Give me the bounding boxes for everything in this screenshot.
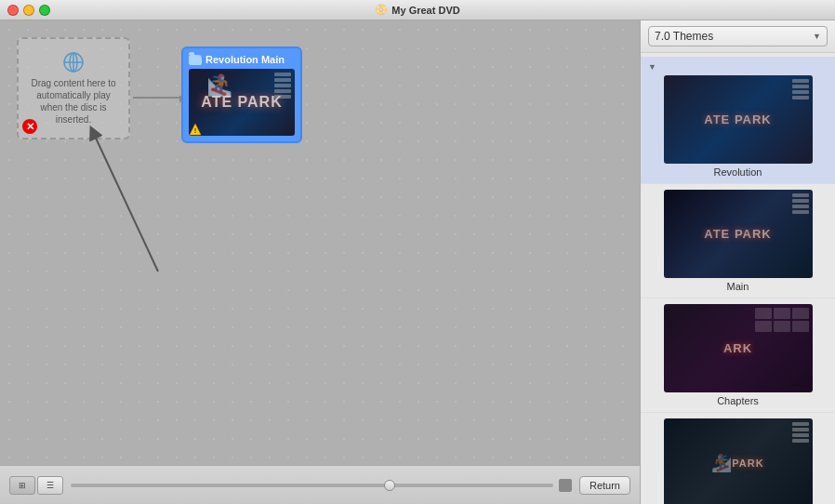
view-btn-grid[interactable]: ⊞ (9, 476, 35, 495)
themes-list: ▼ ATE PARK Revolution (641, 53, 835, 504)
svg-line-5 (93, 132, 158, 272)
theme-dropdown[interactable]: 7.0 Themes ▼ (648, 26, 828, 46)
dvd-card-title: Revolution Main (189, 54, 295, 65)
warning-icon: ! (189, 123, 202, 136)
close-button[interactable] (7, 5, 19, 16)
canvas-area: Drag content here to automatically play … (0, 20, 640, 504)
skater-figure: 🏂 (207, 73, 232, 98)
canvas-content: Drag content here to automatically play … (0, 20, 640, 465)
expand-arrow-icon: ▼ (648, 62, 657, 72)
title-icon: 📀 (375, 4, 388, 16)
dvd-card-thumbnail: 🏂 ATE PARK (189, 69, 295, 136)
extras-side-bars (792, 422, 809, 443)
side-bars (274, 73, 291, 99)
theme-selector: 7.0 Themes ▼ (641, 20, 835, 53)
minimize-button[interactable] (23, 5, 34, 16)
theme-thumb-main: ATE PARK (664, 190, 813, 278)
view-buttons: ⊞ ☰ (9, 476, 63, 495)
error-badge: ✕ (22, 119, 37, 134)
zoom-thumb[interactable] (384, 480, 395, 491)
folder-icon (189, 55, 202, 65)
title-text: My Great DVD (391, 5, 459, 16)
window-controls (7, 5, 50, 16)
theme-thumb-extras: 🏂 PARK (664, 418, 813, 504)
zoom-slider (71, 479, 572, 492)
return-button[interactable]: Return (579, 476, 630, 495)
rev-side-bars (792, 79, 809, 99)
theme-thumb-chapters: ARK (664, 304, 813, 392)
chapters-grid (755, 308, 809, 332)
view-btn-list[interactable]: ☰ (37, 476, 63, 495)
theme-item-main[interactable]: ATE PARK Main (641, 184, 835, 298)
main-side-bars (792, 193, 809, 214)
theme-name-main: Main (648, 281, 828, 292)
canvas-toolbar: ⊞ ☰ Return (0, 465, 640, 504)
drop-zone-text: Drag content here to automatically play … (26, 77, 121, 126)
title-bar: 📀 My Great DVD (0, 0, 835, 20)
theme-name-chapters: Chapters (648, 395, 828, 406)
theme-name-revolution: Revolution (648, 166, 828, 178)
connector-line (133, 97, 179, 99)
dvd-card-revolution-main[interactable]: Revolution Main 🏂 ATE PARK (181, 46, 302, 143)
theme-item-chapters[interactable]: ARK Chapters (641, 298, 835, 413)
svg-text:!: ! (194, 126, 197, 135)
theme-item-extras[interactable]: 🏂 PARK (641, 413, 835, 504)
theme-item-revolution-header: ▼ (648, 62, 828, 72)
drop-zone[interactable]: Drag content here to automatically play … (17, 37, 130, 139)
app-body: Drag content here to automatically play … (0, 20, 835, 504)
window-title: 📀 My Great DVD (375, 4, 459, 16)
theme-thumb-revolution: ATE PARK (664, 75, 813, 164)
globe-icon (62, 51, 85, 73)
theme-selector-label: 7.0 Themes (655, 30, 713, 43)
chevron-down-icon: ▼ (813, 32, 821, 41)
right-panel: 7.0 Themes ▼ ▼ ATE PARK (640, 20, 835, 504)
theme-item-revolution[interactable]: ▼ ATE PARK Revolution (641, 57, 835, 184)
zoom-track[interactable] (71, 484, 553, 487)
zoom-square (559, 479, 572, 492)
dvd-card-label: Revolution Main (205, 54, 285, 65)
maximize-button[interactable] (39, 5, 50, 16)
